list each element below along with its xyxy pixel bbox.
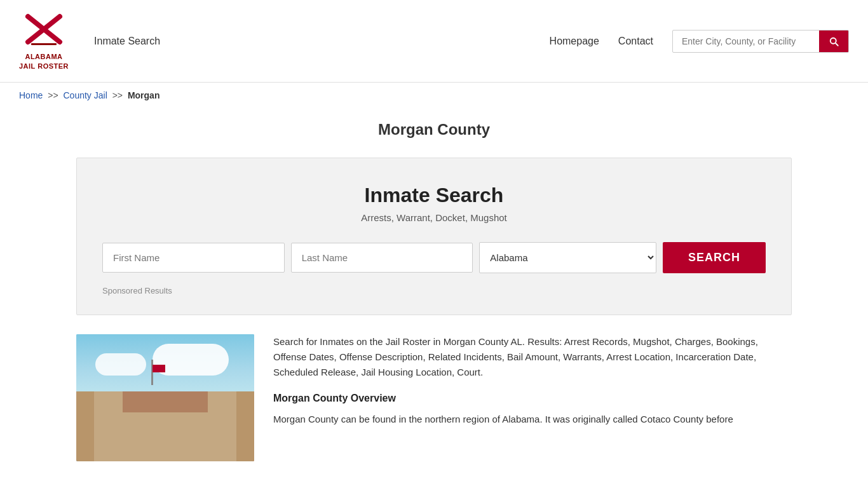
county-description: Morgan County can be found in the northe… (273, 412, 792, 427)
last-name-input[interactable] (291, 243, 473, 273)
search-card-title: Inmate Search (102, 184, 766, 207)
search-card-subtitle: Arrests, Warrant, Docket, Mugshot (102, 212, 766, 223)
logo-text: ALABAMA JAIL ROSTER (19, 52, 69, 71)
county-overview-heading: Morgan County Overview (273, 390, 792, 407)
breadcrumb-county-jail[interactable]: County Jail (64, 90, 107, 100)
header-search-box (672, 30, 849, 53)
nav-contact[interactable]: Contact (618, 36, 653, 47)
breadcrumb-separator-1: >> (48, 90, 58, 100)
breadcrumb: Home >> County Jail >> Morgan (0, 83, 868, 108)
header-search-button[interactable] (819, 30, 848, 52)
county-image (76, 334, 254, 461)
site-header: ALABAMA JAIL ROSTER Inmate Search Homepa… (0, 0, 868, 83)
search-icon (828, 36, 839, 47)
page-title: Morgan County (0, 108, 868, 158)
site-logo[interactable]: ALABAMA JAIL ROSTER (19, 11, 69, 71)
header-search-input[interactable] (673, 31, 819, 51)
breadcrumb-separator-2: >> (112, 90, 123, 100)
sponsored-results-label: Sponsored Results (102, 286, 766, 295)
breadcrumb-current: Morgan (128, 90, 160, 100)
nav-inmate-search[interactable]: Inmate Search (94, 36, 160, 47)
content-text: Search for Inmates on the Jail Roster in… (273, 334, 792, 437)
search-card: Inmate Search Arrests, Warrant, Docket, … (76, 158, 792, 315)
content-section: Search for Inmates on the Jail Roster in… (76, 334, 792, 461)
content-description: Search for Inmates on the Jail Roster in… (273, 334, 792, 380)
nav-homepage[interactable]: Homepage (550, 36, 599, 47)
logo-icon (25, 11, 63, 50)
first-name-input[interactable] (102, 243, 285, 273)
search-form-row: AlabamaAlaskaArizonaArkansasCaliforniaCo… (102, 242, 766, 273)
search-button[interactable]: SEARCH (663, 242, 766, 273)
state-select[interactable]: AlabamaAlaskaArizonaArkansasCaliforniaCo… (479, 242, 656, 273)
svg-rect-3 (31, 43, 57, 45)
breadcrumb-home[interactable]: Home (19, 90, 43, 100)
header-right: Homepage Contact (550, 30, 849, 53)
